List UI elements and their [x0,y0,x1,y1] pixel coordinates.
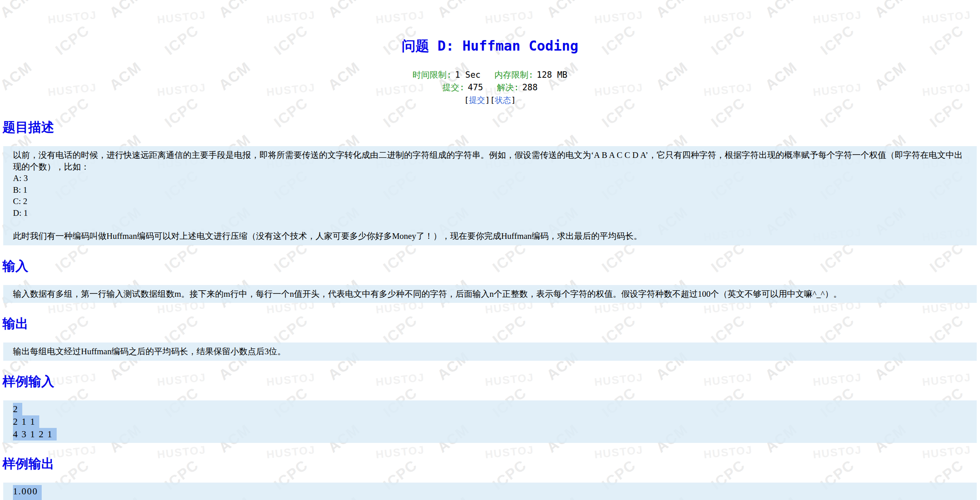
acm-watermark-text: ACM [762,0,800,21]
problem-page: 问题 D: Huffman Coding 时间限制:1 Sec内存限制:128 … [0,37,980,500]
selected-text: 2 [13,403,22,415]
weight-item: C: 2 [13,196,967,207]
acm-watermark-text: ACM [215,0,254,21]
weight-item: D: 1 [13,207,967,219]
acm-watermark-text: ACM [106,0,145,21]
input-text: 输入数据有多组，第一行输入测试数据组数m。接下来的m行中，每行一个n值开头，代表… [13,288,967,300]
hustoj-watermark-text: HUSTOJ [594,9,644,26]
time-limit-label: 时间限制: [412,70,452,80]
selected-text: 2 1 1 [13,415,39,428]
acm-watermark-text: ACM [434,0,472,21]
action-links-line: [提交][状态] [0,94,980,106]
bracket: ] [511,95,516,105]
hustoj-watermark-text: HUSTOJ [157,9,207,26]
selected-text: 2.250 [13,498,42,500]
sample-input-line: 2 [13,403,967,415]
selected-text: 1.000 [13,485,42,498]
acm-watermark-text: ACM [325,0,363,21]
acm-watermark-text: ACM [871,0,910,21]
sample-input-line: 2 1 1 [13,415,967,428]
sample-input-heading: 样例输入 [2,373,980,390]
output-box: 输出每组电文经过Huffman编码之后的平均码长，结果保留小数点后3位。 [3,343,977,361]
sample-input-box: 2 2 1 1 4 3 1 2 1 [3,400,977,443]
description-paragraph-2: 此时我们有一种编码叫做Huffman编码可以对上述电文进行压缩（没有这个技术，人… [13,230,967,242]
hustoj-watermark-text: HUSTOJ [375,9,425,26]
bracket: [ [464,95,469,105]
sample-output-line: 1.000 [13,485,967,498]
memory-limit-label: 内存限制: [494,70,534,80]
solved-count-label: 解决: [497,83,519,92]
sample-output-line: 2.250 [13,498,967,500]
page-title: 问题 D: Huffman Coding [0,37,980,54]
submit-link[interactable]: 提交 [469,95,485,105]
selected-text: 4 3 1 2 1 [13,428,57,440]
hustoj-watermark-text: HUSTOJ [812,9,863,26]
memory-limit-value: 128 MB [537,70,568,80]
bracket: ][ [485,95,495,105]
description-box: 以前，没有电话的时候，进行快速远距离通信的主要手段是电报，即将所需要传送的文字转… [3,146,977,245]
acm-watermark-text: ACM [653,0,691,21]
input-heading: 输入 [2,257,980,274]
description-paragraph-1: 以前，没有电话的时候，进行快速远距离通信的主要手段是电报，即将所需要传送的文字转… [13,149,967,172]
hustoj-watermark-text: HUSTOJ [266,9,316,26]
hustoj-watermark-text: HUSTOJ [922,9,972,26]
hustoj-watermark-text: HUSTOJ [485,9,535,26]
input-box: 输入数据有多组，第一行输入测试数据组数m。接下来的m行中，每行一个n值开头，代表… [3,285,977,303]
solved-count-value: 288 [522,83,538,92]
sample-input-line: 4 3 1 2 1 [13,428,967,440]
weight-item: A: 3 [13,172,967,184]
limits-line: 时间限制:1 Sec内存限制:128 MB [0,69,980,81]
description-heading: 题目描述 [2,119,980,136]
status-link[interactable]: 状态 [495,95,511,105]
sample-output-box: 1.000 2.250 [3,483,977,500]
acm-watermark-text: ACM [543,0,582,21]
hustoj-watermark-text: HUSTOJ [703,9,753,26]
hustoj-watermark-text: HUSTOJ [47,9,98,26]
submit-count-value: 475 [468,83,483,92]
submit-count-label: 提交: [442,83,465,92]
sample-output-heading: 样例输出 [2,455,980,472]
time-limit-value: 1 Sec [455,70,480,80]
output-text: 输出每组电文经过Huffman编码之后的平均码长，结果保留小数点后3位。 [13,346,967,357]
stats-line: 提交:475解决:288 [0,81,980,94]
weight-item: B: 1 [13,184,967,196]
output-heading: 输出 [2,315,980,332]
problem-meta: 时间限制:1 Sec内存限制:128 MB 提交:475解决:288 [提交][… [0,69,980,106]
acm-watermark-text: ACM [0,0,36,21]
weight-list: A: 3 B: 1 C: 2 D: 1 [13,172,967,219]
